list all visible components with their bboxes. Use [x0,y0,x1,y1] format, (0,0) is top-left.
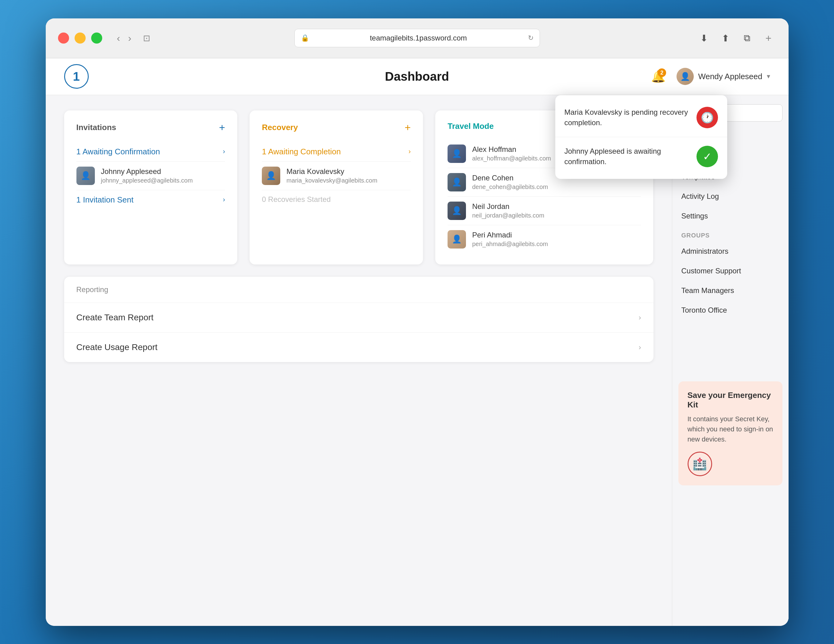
notif-item-1[interactable]: Johnny Appleseed is awaiting confirmatio… [555,137,727,176]
user-avatar: 👤 [677,68,694,85]
check-icon: ✓ [703,150,711,163]
share-button[interactable]: ⬆ [718,31,733,46]
person-email-neil: neil_jordan@agilebits.com [472,212,641,219]
person-email-johnny: johnny_appleseed@agilebits.com [101,177,225,184]
person-email-peri: peri_ahmadi@agilebits.com [472,240,641,248]
chevron-right-icon-5: › [639,313,641,322]
avatar-maria: 👤 [262,166,280,185]
chevron-right-icon-2: › [223,196,225,204]
notification-dropdown: Maria Kovalevsky is pending recovery com… [555,95,727,179]
recovery-card-header: Recovery + [262,121,411,134]
person-maria: 👤 Maria Kovalevsky maria_kovalevsky@agil… [262,162,411,190]
person-info-peri: Peri Ahmadi peri_ahmadi@agilebits.com [472,231,641,248]
chevron-right-icon: › [223,148,225,155]
notification-button[interactable]: 🔔 2 [649,67,668,86]
person-info-johnny: Johnny Appleseed johnny_appleseed@agileb… [101,167,225,184]
sidebar-label-customer-support: Customer Support [681,266,741,275]
avatar-icon-6: 👤 [452,234,462,244]
reporting-header: Reporting [64,277,653,303]
chevron-right-icon-3: › [409,148,411,155]
recoveries-started-text: 0 Recoveries Started [262,190,411,209]
avatar-neil: 👤 [448,202,466,220]
lock-icon: 🔒 [301,34,309,42]
invitations-title: Invitations [76,123,116,132]
sidebar-item-toronto-office[interactable]: Toronto Office [672,300,789,320]
notif-icon-green: ✓ [697,146,718,167]
app-header: 1 Dashboard 🔔 2 👤 Wendy Appleseed ▾ [46,58,789,95]
person-info-neil: Neil Jordan neil_jordan@agilebits.com [472,202,641,219]
awaiting-confirmation-link[interactable]: 1 Awaiting Confirmation › [76,142,225,162]
avatar-icon-3: 👤 [452,149,462,158]
app-window: ‹ › ⊡ 🔒 teamagilebits.1password.com ↻ ⬇ … [46,18,789,626]
sidebar-item-administrators[interactable]: Administrators [672,242,789,261]
person-info-maria: Maria Kovalevsky maria_kovalevsky@agileb… [286,167,411,184]
maximize-button[interactable] [91,32,102,44]
person-name-johnny: Johnny Appleseed [101,167,225,176]
sidebar-item-customer-support[interactable]: Customer Support [672,261,789,281]
emergency-kit-icon[interactable]: 🏥 [688,452,712,476]
nav-arrows: ‹ › [115,32,134,44]
person-neil: 👤 Neil Jordan neil_jordan@agilebits.com [448,197,641,225]
first-aid-icon: 🏥 [692,457,707,471]
awaiting-completion-link[interactable]: 1 Awaiting Completion › [262,142,411,162]
app-logo: 1 [64,64,89,89]
sidebar-item-settings[interactable]: Settings [672,206,789,226]
reporting-card: Reporting Create Team Report › Create Us… [64,277,653,362]
travel-mode-title: Travel Mode [448,121,494,131]
emergency-kit-text: It contains your Secret Key, which you n… [688,414,773,444]
clock-icon: 🕐 [701,111,714,124]
avatar-icon-4: 👤 [452,178,462,187]
invitations-add-button[interactable]: + [219,121,225,134]
download-button[interactable]: ⬇ [697,31,712,46]
refresh-icon[interactable]: ↻ [528,34,533,42]
app-content: 1 Dashboard 🔔 2 👤 Wendy Appleseed ▾ [46,58,789,626]
user-name-label: Wendy Appleseed [698,72,762,81]
invitation-sent-link[interactable]: 1 Invitation Sent › [76,190,225,210]
address-bar[interactable]: 🔒 teamagilebits.1password.com ↻ [294,29,540,47]
app-title: Dashboard [385,69,449,84]
invitations-card-header: Invitations + [76,121,225,134]
recovery-add-button[interactable]: + [404,121,411,134]
close-button[interactable] [58,32,69,44]
person-name-peri: Peri Ahmadi [472,231,641,239]
notif-text-0: Maria Kovalevsky is pending recovery com… [564,107,689,128]
notif-text-1: Johnny Appleseed is awaiting confirmatio… [564,146,689,166]
notif-item-0[interactable]: Maria Kovalevsky is pending recovery com… [555,98,727,137]
avatar-johnny: 👤 [76,166,95,185]
avatar-peri: 👤 [448,230,466,249]
person-email-dene: dene_cohen@agilebits.com [472,184,641,190]
create-team-report-label: Create Team Report [76,313,154,323]
sidebar-toggle-button[interactable]: ⊡ [143,33,150,43]
forward-button[interactable]: › [126,32,134,44]
avatar-icon-5: 👤 [452,206,462,215]
recovery-card: Recovery + 1 Awaiting Completion › 👤 [250,110,423,265]
create-usage-report-item[interactable]: Create Usage Report › [64,332,653,362]
chevron-down-icon: ▾ [767,73,770,81]
sidebar-label-activity-log: Activity Log [681,192,719,201]
sidebar-item-team-managers[interactable]: Team Managers [672,281,789,300]
emergency-kit-title: Save your Emergency Kit [688,391,773,410]
create-team-report-item[interactable]: Create Team Report › [64,303,653,332]
recovery-title: Recovery [262,123,298,132]
groups-section-label: GROUPS [672,226,789,242]
sidebar-item-activity-log[interactable]: Activity Log [672,187,789,206]
person-peri: 👤 Peri Ahmadi peri_ahmadi@agilebits.com [448,225,641,253]
sidebar-label-toronto-office: Toronto Office [681,306,727,315]
new-tab-button[interactable]: ⧉ [739,31,755,46]
create-usage-report-label: Create Usage Report [76,342,158,352]
notif-icon-red: 🕐 [697,107,718,128]
avatar-dene: 👤 [448,173,466,192]
avatar-initials: 👤 [680,72,690,81]
minimize-button[interactable] [74,32,86,44]
avatar-icon-2: 👤 [266,171,276,181]
person-email-maria: maria_kovalevsky@agilebits.com [286,177,411,184]
window-controls [58,32,102,44]
add-button[interactable]: + [761,31,776,46]
avatar-icon: 👤 [81,171,91,181]
url-display: teamagilebits.1password.com [314,34,524,42]
sidebar-label-settings: Settings [681,212,708,220]
person-name-neil: Neil Jordan [472,202,641,211]
user-menu-button[interactable]: 👤 Wendy Appleseed ▾ [677,68,770,85]
back-button[interactable]: ‹ [115,32,123,44]
sidebar-label-administrators: Administrators [681,247,728,255]
